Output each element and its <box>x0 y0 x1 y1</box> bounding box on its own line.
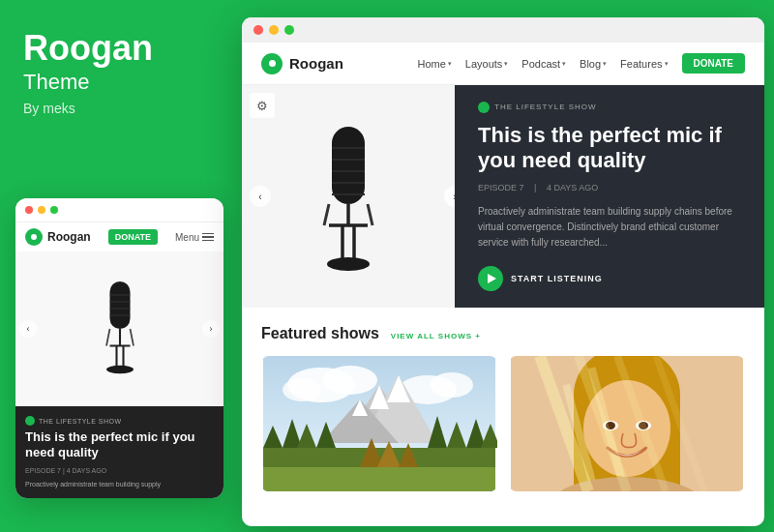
mountain-scene-svg <box>261 356 497 491</box>
svg-point-22 <box>327 257 370 271</box>
settings-button[interactable]: ⚙ <box>250 93 275 118</box>
nav-layouts[interactable]: Layouts ▾ <box>465 58 509 70</box>
hero-desc: Proactively administrate team building s… <box>478 204 741 251</box>
featured-section: Featured shows VIEW ALL SHOWS + <box>242 308 764 509</box>
hamburger-icon <box>202 233 214 242</box>
desktop-window: Roogan Home ▾ Layouts ▾ Podcast ▾ Blog ▾… <box>242 17 764 526</box>
mobile-next-arrow[interactable]: › <box>202 320 220 338</box>
mobile-hero-image: ‹ › <box>15 251 223 406</box>
svg-point-10 <box>106 366 134 373</box>
featured-header: Featured shows VIEW ALL SHOWS + <box>261 325 745 342</box>
svg-line-19 <box>368 204 372 225</box>
svg-line-18 <box>324 204 329 225</box>
mobile-menu-label: Menu <box>175 232 199 243</box>
mobile-show-icon <box>25 416 35 426</box>
desktop-logo-icon <box>261 53 283 74</box>
featured-cards <box>261 356 745 491</box>
play-triangle <box>488 274 496 283</box>
mobile-desc: Proactively administrate team building s… <box>25 480 214 489</box>
view-all-link[interactable]: VIEW ALL SHOWS + <box>391 332 481 340</box>
window-dot-green[interactable] <box>284 25 294 35</box>
window-dot-red[interactable] <box>253 25 263 35</box>
window-top-bar <box>242 17 764 43</box>
nav-blog[interactable]: Blog ▾ <box>580 58 607 70</box>
hero-meta: EPISODE 7 | 4 DAYS AGO <box>478 183 741 192</box>
hero-days-ago: 4 DAYS AGO <box>547 183 598 192</box>
mobile-meta: EPISODE 7 | 4 DAYS AGO <box>25 467 214 474</box>
window-dot-yellow[interactable] <box>269 25 279 35</box>
featured-card-mountain[interactable] <box>261 356 497 491</box>
desktop-nav: Roogan Home ▾ Layouts ▾ Podcast ▾ Blog ▾… <box>242 43 764 85</box>
desktop-logo: Roogan <box>261 53 343 74</box>
mic-image-desktop <box>242 85 455 308</box>
hero-prev-arrow[interactable]: ‹ <box>250 186 271 207</box>
svg-point-26 <box>283 378 321 401</box>
hero-image-panel: ⚙ ‹ › <box>242 85 455 308</box>
mobile-dot-green <box>50 206 58 214</box>
mobile-menu[interactable]: Menu <box>175 232 214 243</box>
svg-point-25 <box>323 366 377 395</box>
hero-section: ⚙ ‹ › THE LIFESTYLE SHOW This is the per… <box>242 85 764 308</box>
start-listening-button[interactable]: START LISTENING <box>478 266 741 291</box>
hero-show-icon <box>478 102 490 113</box>
desktop-logo-text: Roogan <box>289 55 343 72</box>
svg-rect-11 <box>332 127 365 204</box>
svg-rect-44 <box>263 467 495 491</box>
nav-features[interactable]: Features ▾ <box>620 58 668 70</box>
start-listening-label: START LISTENING <box>511 274 603 283</box>
featured-card-person[interactable] <box>509 356 745 491</box>
mobile-prev-arrow[interactable]: ‹ <box>19 320 37 338</box>
hero-episode: EPISODE 7 <box>478 183 524 192</box>
mobile-mockup: Roogan DONATE Menu <box>15 198 223 498</box>
mobile-logo-icon <box>25 228 43 246</box>
mobile-logo-area: Roogan <box>25 228 91 246</box>
svg-point-28 <box>431 372 473 398</box>
nav-podcast[interactable]: Podcast ▾ <box>521 58 566 70</box>
microphone-svg-desktop <box>300 114 397 279</box>
mobile-donate-button[interactable]: DONATE <box>108 229 158 245</box>
mobile-content: THE LIFESTYLE SHOW This is the perfect m… <box>15 406 223 498</box>
hero-show-label: THE LIFESTYLE SHOW <box>478 102 741 113</box>
brand-name: Roogan Theme By meks <box>23 29 153 116</box>
mobile-show-label: THE LIFESTYLE SHOW <box>25 416 214 426</box>
mobile-dot-red <box>25 206 33 214</box>
play-icon <box>478 266 503 291</box>
mobile-top-bar <box>15 198 223 222</box>
mobile-nav: Roogan DONATE Menu <box>15 222 223 251</box>
hero-separator: | <box>534 183 536 192</box>
mobile-slider-arrows: ‹ › <box>15 320 223 338</box>
hero-headline: This is the perfect mic if you need qual… <box>478 123 741 174</box>
mobile-dot-yellow <box>38 206 45 214</box>
featured-title: Featured shows <box>261 325 379 342</box>
person-scene-svg <box>509 356 745 491</box>
desktop-nav-links: Home ▾ Layouts ▾ Podcast ▾ Blog ▾ Featur… <box>417 53 745 74</box>
hero-content: THE LIFESTYLE SHOW This is the perfect m… <box>455 85 764 308</box>
mobile-logo-text: Roogan <box>47 230 91 244</box>
mobile-headline: This is the perfect mic if you need qual… <box>25 429 214 461</box>
nav-home[interactable]: Home ▾ <box>417 58 451 70</box>
desktop-donate-button[interactable]: DONATE <box>682 53 745 74</box>
